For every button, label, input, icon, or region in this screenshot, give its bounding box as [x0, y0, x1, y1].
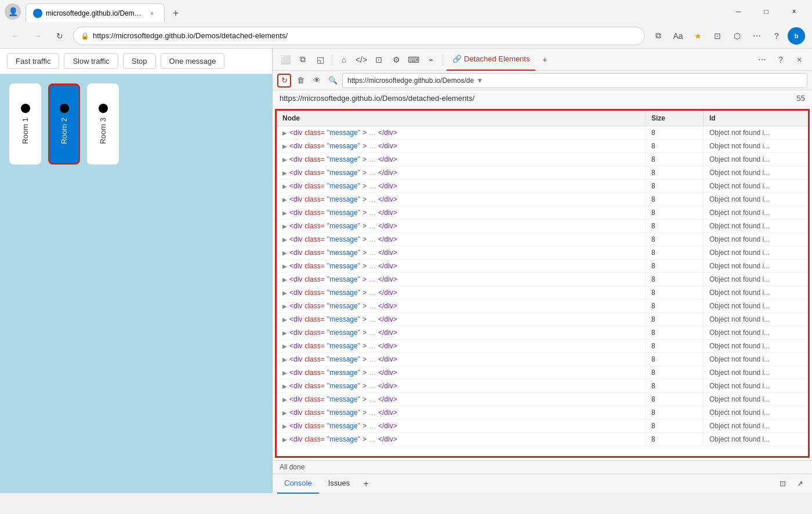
close-devtools-button[interactable]: × — [791, 52, 807, 68]
room-1-card[interactable]: Room 1 — [9, 83, 41, 165]
search-button[interactable]: 🔍 — [326, 74, 340, 88]
network-icon[interactable]: ⌨ — [405, 52, 422, 68]
refresh-button[interactable]: ↻ — [51, 27, 68, 45]
tab-close-button[interactable]: × — [147, 8, 157, 19]
copy-icon[interactable]: ⧉ — [295, 52, 311, 68]
expand-arrow[interactable]: ▶ — [282, 196, 287, 203]
expand-arrow[interactable]: ▶ — [282, 383, 287, 389]
delete-button[interactable]: 🗑 — [293, 74, 307, 88]
maximize-button[interactable]: □ — [753, 3, 780, 20]
panel-url-bar[interactable]: https://microsoftedge.github.io/Demos/de… — [342, 73, 807, 88]
detached-elements-tab[interactable]: 🔗 Detached Elements — [447, 49, 535, 71]
one-message-button[interactable]: One message — [161, 53, 225, 69]
table-row[interactable]: ▶ <div class="message"> … </div>8Object … — [277, 340, 808, 353]
back-button[interactable]: ← — [7, 27, 24, 45]
favorites-icon[interactable]: ★ — [689, 27, 706, 45]
add-tab-button[interactable]: + — [359, 477, 373, 491]
expand-arrow[interactable]: ▶ — [282, 436, 287, 443]
profile-avatar[interactable]: 👤 — [5, 3, 21, 20]
table-row[interactable]: ▶ <div class="message"> … </div>8Object … — [277, 433, 808, 446]
elements-icon[interactable]: </> — [353, 52, 369, 68]
expand-arrow[interactable]: ▶ — [282, 236, 287, 243]
table-row[interactable]: ▶ <div class="message"> … </div>8Object … — [277, 180, 808, 193]
expand-arrow[interactable]: ▶ — [282, 210, 287, 216]
bing-button[interactable]: b — [788, 27, 805, 45]
expand-arrow[interactable]: ▶ — [282, 316, 287, 323]
expand-arrow[interactable]: ▶ — [282, 170, 287, 176]
expand-arrow[interactable]: ▶ — [282, 156, 287, 163]
expand-arrow[interactable]: ▶ — [282, 396, 287, 403]
performance-icon[interactable]: ⚙ — [388, 52, 404, 68]
more-button[interactable]: ⋯ — [748, 27, 766, 45]
table-row[interactable]: ▶ <div class="message"> … </div>8Object … — [277, 393, 808, 406]
table-row[interactable]: ▶ <div class="message"> … </div>8Object … — [277, 313, 808, 326]
table-row[interactable]: ▶ <div class="message"> … </div>8Object … — [277, 233, 808, 246]
room-3-card[interactable]: Room 3 — [87, 83, 119, 165]
table-row[interactable]: ▶ <div class="message"> … </div>8Object … — [277, 206, 808, 220]
expand-arrow[interactable]: ▶ — [282, 356, 287, 363]
application-icon[interactable]: ⌁ — [423, 52, 439, 68]
expand-arrow[interactable]: ▶ — [282, 370, 287, 376]
table-row[interactable]: ▶ <div class="message"> … </div>8Object … — [277, 273, 808, 286]
add-panel-button[interactable]: + — [536, 52, 553, 68]
undock-button[interactable]: ↗ — [792, 476, 807, 491]
expand-arrow[interactable]: ▶ — [282, 183, 287, 189]
home-icon[interactable]: ⌂ — [336, 52, 352, 68]
dock-button[interactable]: ⊡ — [775, 476, 790, 491]
issues-tab[interactable]: Issues — [321, 474, 357, 494]
table-row[interactable]: ▶ <div class="message"> … </div>8Object … — [277, 353, 808, 366]
close-button[interactable]: × — [781, 3, 807, 20]
console-tab[interactable]: Console — [277, 474, 319, 494]
split-view-icon[interactable]: ⊡ — [709, 27, 726, 45]
collections-icon[interactable]: ⧉ — [650, 27, 667, 45]
get-detached-button[interactable]: ↻ — [277, 74, 291, 88]
expand-arrow[interactable]: ▶ — [282, 423, 287, 429]
expand-arrow[interactable]: ▶ — [282, 250, 287, 256]
customize-devtools-button[interactable]: ⋯ — [754, 52, 770, 68]
room-2-item[interactable]: Room 2 — [48, 83, 80, 484]
minimize-button[interactable]: ─ — [725, 3, 752, 20]
expand-arrow[interactable]: ▶ — [282, 223, 287, 229]
expand-arrow[interactable]: ▶ — [282, 410, 287, 416]
expand-arrow[interactable]: ▶ — [282, 276, 287, 283]
room-1-item[interactable]: Room 1 — [9, 83, 41, 484]
snapshot-button[interactable]: 👁 — [310, 74, 324, 88]
expand-arrow[interactable]: ▶ — [282, 290, 287, 296]
more-tools-icon[interactable]: ⬡ — [728, 27, 746, 45]
new-tab-button[interactable]: + — [167, 5, 184, 22]
fast-traffic-button[interactable]: Fast traffic — [7, 53, 59, 69]
expand-arrow[interactable]: ▶ — [282, 263, 287, 269]
table-row[interactable]: ▶ <div class="message"> … </div>8Object … — [277, 366, 808, 380]
expand-arrow[interactable]: ▶ — [282, 303, 287, 309]
table-row[interactable]: ▶ <div class="message"> … </div>8Object … — [277, 220, 808, 233]
stop-button[interactable]: Stop — [123, 53, 156, 69]
table-row[interactable]: ▶ <div class="message"> … </div>8Object … — [277, 246, 808, 260]
url-bar[interactable]: 🔒 https://microsoftedge.github.io/Demos/… — [73, 27, 645, 45]
forward-button[interactable]: → — [29, 27, 46, 45]
expand-arrow[interactable]: ▶ — [282, 343, 287, 349]
table-row[interactable]: ▶ <div class="message"> … </div>8Object … — [277, 193, 808, 206]
expand-arrow[interactable]: ▶ — [282, 130, 287, 136]
table-row[interactable]: ▶ <div class="message"> … </div>8Object … — [277, 260, 808, 273]
table-row[interactable]: ▶ <div class="message"> … </div>8Object … — [277, 286, 808, 300]
console-drawer-icon[interactable]: ⊡ — [371, 52, 387, 68]
split-screen-icon[interactable]: ◱ — [312, 52, 328, 68]
expand-arrow[interactable]: ▶ — [282, 330, 287, 336]
table-row[interactable]: ▶ <div class="message"> … </div>8Object … — [277, 420, 808, 433]
table-row[interactable]: ▶ <div class="message"> … </div>8Object … — [277, 300, 808, 313]
table-row[interactable]: ▶ <div class="message"> … </div>8Object … — [277, 406, 808, 420]
slow-traffic-button[interactable]: Slow traffic — [64, 53, 118, 69]
table-row[interactable]: ▶ <div class="message"> … </div>8Object … — [277, 326, 808, 340]
screen-capture-icon[interactable]: ⬜ — [277, 52, 293, 68]
table-row[interactable]: ▶ <div class="message"> … </div>8Object … — [277, 166, 808, 180]
room-3-item[interactable]: Room 3 — [87, 83, 119, 484]
table-row[interactable]: ▶ <div class="message"> … </div>8Object … — [277, 140, 808, 153]
help-devtools-button[interactable]: ? — [773, 52, 789, 68]
help-icon[interactable]: ? — [768, 27, 785, 45]
table-row[interactable]: ▶ <div class="message"> … </div>8Object … — [277, 380, 808, 393]
table-row[interactable]: ▶ <div class="message"> … </div>8Object … — [277, 126, 808, 140]
read-view-icon[interactable]: Aa — [669, 27, 687, 45]
active-tab[interactable]: microsoftedge.github.io/Demos/ × — [26, 3, 165, 22]
expand-arrow[interactable]: ▶ — [282, 143, 287, 150]
room-2-card[interactable]: Room 2 — [48, 83, 80, 165]
